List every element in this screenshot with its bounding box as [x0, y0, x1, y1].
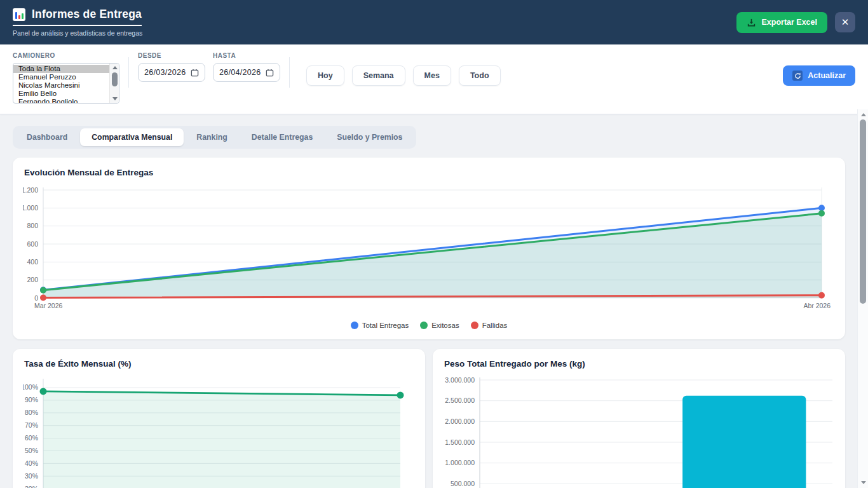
actualizar-button[interactable]: Actualizar [783, 65, 855, 86]
tabs-bar: Dashboard Comparativa Mensual Ranking De… [13, 126, 416, 149]
brand-row: Informes de Entrega [13, 8, 142, 26]
svg-text:600: 600 [27, 240, 38, 248]
quick-range-buttons: Hoy Semana Mes Todo [306, 65, 501, 86]
refresh-icon [792, 71, 803, 81]
desde-date-input[interactable]: 26/03/2026 [138, 63, 205, 82]
scroll-down-icon[interactable] [861, 481, 866, 484]
hasta-field: HASTA 26/04/2026 [213, 52, 280, 82]
desde-field: DESDE 26/03/2026 [138, 52, 205, 82]
hoy-button[interactable]: Hoy [306, 65, 344, 86]
evolution-legend: Total EntregasExitosasFallidas [23, 322, 835, 329]
svg-text:50%: 50% [25, 447, 38, 454]
page-scrollbar[interactable] [857, 109, 868, 488]
evolution-card: Evolución Mensual de Entregas 0200400600… [13, 158, 845, 339]
svg-text:2.000.000: 2.000.000 [445, 417, 475, 425]
svg-text:90%: 90% [25, 396, 38, 403]
app-root: Informes de Entrega Panel de análisis y … [0, 0, 868, 488]
actualizar-label: Actualizar [808, 71, 846, 80]
legend-item[interactable]: Total Entregas [351, 322, 409, 329]
success-rate-chart-title: Tasa de Éxito Mensual (%) [24, 359, 415, 369]
desde-date-value: 26/03/2026 [144, 68, 186, 77]
tab-ranking[interactable]: Ranking [185, 128, 239, 146]
svg-text:30%: 30% [25, 472, 38, 480]
tab-sueldo-premios[interactable]: Sueldo y Premios [325, 128, 414, 146]
svg-text:60%: 60% [25, 434, 38, 442]
svg-text:80%: 80% [25, 409, 38, 416]
header-actions: Exportar Excel ✕ [736, 12, 855, 33]
hasta-label: HASTA [213, 52, 280, 59]
svg-text:70%: 70% [25, 421, 38, 429]
close-icon: ✕ [841, 17, 850, 28]
camionero-option[interactable]: Nicolas Marchesini [13, 81, 119, 90]
calendar-icon[interactable] [266, 69, 274, 77]
desde-label: DESDE [138, 52, 205, 59]
page-title: Informes de Entrega [32, 8, 142, 21]
hasta-date-input[interactable]: 26/04/2026 [213, 63, 280, 82]
tab-comparativa-mensual[interactable]: Comparativa Mensual [80, 128, 184, 146]
download-icon [747, 18, 756, 27]
svg-text:400: 400 [27, 258, 38, 266]
charts-row: Tasa de Éxito Mensual (%) 10%20%30%40%50… [13, 349, 845, 488]
svg-text:20%: 20% [25, 485, 38, 488]
svg-text:40%: 40% [25, 459, 38, 467]
export-excel-button[interactable]: Exportar Excel [736, 12, 827, 33]
legend-item[interactable]: Exitosas [420, 322, 459, 329]
evolucion-mensual-svg: 02004006008001.0001.200Mar 2026Abr 2026 [23, 184, 835, 314]
content-area: Dashboard Comparativa Mensual Ranking De… [0, 114, 868, 488]
svg-text:500.000: 500.000 [451, 480, 475, 487]
svg-text:Mar 2026: Mar 2026 [34, 302, 63, 309]
svg-text:3.000.000: 3.000.000 [445, 376, 475, 384]
select-scrollbar-thumb[interactable] [112, 72, 118, 86]
tasa-exito-svg: 10%20%30%40%50%60%70%80%90%100% [23, 375, 415, 488]
svg-text:800: 800 [27, 222, 38, 229]
scroll-up-icon[interactable] [861, 113, 866, 116]
svg-text:1.500.000: 1.500.000 [445, 438, 475, 446]
success-rate-card: Tasa de Éxito Mensual (%) 10%20%30%40%50… [13, 349, 425, 488]
legend-color-dot [351, 322, 358, 329]
tab-dashboard[interactable]: Dashboard [15, 128, 79, 146]
scroll-up-icon[interactable] [112, 66, 118, 69]
peso-total-svg: 500.0001.000.0001.500.0002.000.0002.500.… [443, 375, 835, 488]
brand-block: Informes de Entrega Panel de análisis y … [13, 8, 142, 37]
legend-color-dot [420, 322, 428, 329]
svg-text:200: 200 [27, 276, 38, 283]
legend-label: Exitosas [431, 322, 459, 329]
app-header: Informes de Entrega Panel de análisis y … [0, 0, 868, 44]
svg-text:100%: 100% [23, 383, 38, 391]
legend-color-dot [471, 322, 478, 329]
success-rate-chart: 10%20%30%40%50%60%70%80%90%100% [23, 375, 415, 488]
page-subtitle: Panel de análisis y estadísticas de entr… [13, 29, 142, 37]
calendar-icon[interactable] [191, 69, 199, 77]
camionero-field: CAMIONERO Toda la Flota Emanuel Peruzzo … [13, 52, 119, 104]
select-scrollbar[interactable] [109, 64, 119, 103]
legend-item[interactable]: Fallidas [471, 322, 508, 329]
camionero-listbox[interactable]: Toda la Flota Emanuel Peruzzo Nicolas Ma… [13, 63, 119, 104]
hasta-date-value: 26/04/2026 [219, 68, 261, 77]
weight-card: Peso Total Entregado por Mes (kg) 500.00… [433, 349, 845, 488]
mes-button[interactable]: Mes [413, 65, 451, 86]
legend-label: Fallidas [482, 322, 508, 329]
todo-button[interactable]: Todo [459, 65, 501, 86]
semana-button[interactable]: Semana [352, 65, 405, 86]
scroll-down-icon[interactable] [112, 97, 118, 100]
weight-chart: 500.0001.000.0001.500.0002.000.0002.500.… [443, 375, 835, 488]
divider [128, 57, 129, 88]
svg-text:1.000.000: 1.000.000 [445, 459, 475, 466]
divider [289, 57, 290, 88]
svg-text:1.200: 1.200 [23, 186, 38, 194]
camionero-option[interactable]: Fernando Bogliolo [13, 98, 119, 104]
camionero-option[interactable]: Toda la Flota [13, 65, 119, 73]
camionero-option[interactable]: Emilio Bello [13, 90, 119, 98]
legend-label: Total Entregas [362, 322, 409, 329]
filter-bar: CAMIONERO Toda la Flota Emanuel Peruzzo … [0, 44, 868, 114]
bar-chart-icon [13, 8, 25, 21]
page-scrollbar-thumb[interactable] [860, 119, 866, 304]
export-excel-label: Exportar Excel [761, 18, 817, 27]
svg-text:2.500.000: 2.500.000 [445, 396, 475, 404]
tab-detalle-entregas[interactable]: Detalle Entregas [240, 128, 324, 146]
evolution-chart-title: Evolución Mensual de Entregas [24, 168, 835, 177]
camionero-option[interactable]: Emanuel Peruzzo [13, 73, 119, 81]
svg-text:0: 0 [34, 294, 38, 302]
close-button[interactable]: ✕ [835, 12, 855, 32]
svg-text:1.000: 1.000 [23, 204, 38, 212]
